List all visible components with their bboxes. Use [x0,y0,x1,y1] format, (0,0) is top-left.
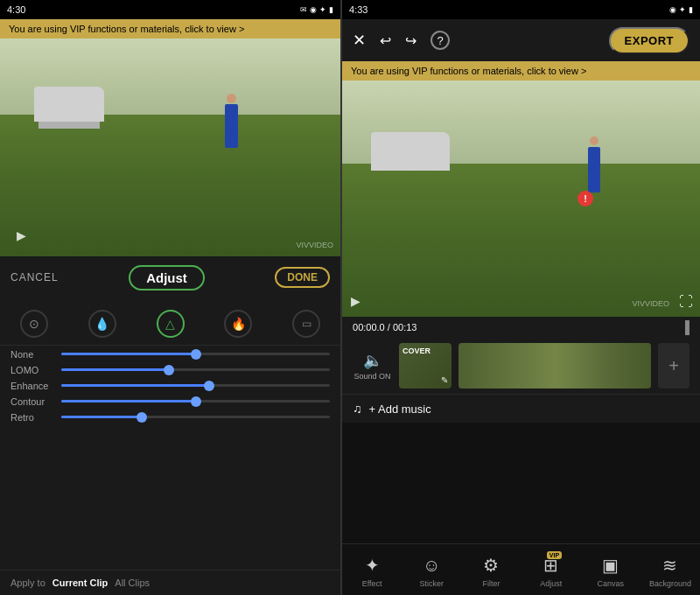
filter-label: Filter [482,579,500,588]
filter-triangle-icon: △ [157,310,185,338]
right-play-button[interactable]: ▶ [351,294,360,308]
tool-filter[interactable]: ⚙ Filter [461,551,521,592]
filter-extra-icon: ▭ [292,310,320,338]
sliders-section: None LOMO Enhance Contour [0,346,340,570]
slider-enhance-track[interactable] [61,384,330,387]
canvas-label: Canvas [598,579,625,588]
left-play-button[interactable]: ▶ [10,225,32,246]
background-icon: ≋ [662,555,677,576]
slider-contour-track[interactable] [61,400,330,402]
right-person-head [590,136,598,145]
done-button[interactable]: DONE [275,267,330,288]
left-vip-text: You are using VIP functions or materials… [9,24,244,34]
adjust-toolbar: CANCEL Adjust DONE [0,256,340,299]
van-shape [34,87,104,122]
right-watermark: VIVVIDEO [633,299,670,308]
left-time: 4:30 [7,4,25,15]
right-status-bar: 4:33 ◉ ✦ ▮ [342,0,700,19]
filter-drop[interactable]: 💧 [68,306,136,341]
redo-icon[interactable]: ↪ [405,32,416,49]
slider-lomo-track[interactable] [61,368,330,371]
bluetooth-icon: ✦ [319,5,326,14]
slider-retro-thumb[interactable] [136,412,147,423]
left-status-bar: 4:30 ✉ ◉ ✦ ▮ [0,0,340,19]
slider-contour-label: Contour [10,396,54,407]
add-music-label: + Add music [369,402,431,416]
tool-canvas[interactable]: ▣ Canvas [581,551,640,592]
filter-none[interactable]: ⊙ [0,306,68,341]
wifi-icon: ◉ [310,5,317,14]
adjust-button[interactable]: Adjust [129,265,205,290]
fullscreen-icon[interactable]: ⛶ [679,294,693,310]
time-total: / 00:13 [388,322,417,332]
tool-adjust[interactable]: ⊞ VIP Adjust [522,551,581,592]
apply-row: Apply to Current Clip All Clips [0,570,340,595]
battery-icon: ▮ [329,5,333,14]
export-button[interactable]: EXPORT [609,27,690,54]
effect-label: Effect [362,579,382,588]
clips-row: 🔈 Sound ON COVER ✎ + [342,338,700,394]
slider-retro-label: Retro [10,412,54,423]
tool-effect[interactable]: ✦ Effect [342,551,402,592]
slider-enhance-label: Enhance [10,381,54,391]
slider-lomo-thumb[interactable] [164,365,174,375]
effect-icon: ✦ [365,555,380,576]
cover-clip[interactable]: COVER ✎ [399,343,452,388]
time-current: 00:00.0 [353,322,385,332]
sound-label: Sound ON [354,372,391,381]
slider-enhance-fill [61,384,209,387]
slider-enhance-row: Enhance [10,381,330,391]
slider-none-fill [61,353,196,355]
filter-triangle[interactable]: △ [136,306,205,341]
close-icon[interactable]: ✕ [353,31,366,50]
filter-extra[interactable]: ▭ [272,306,340,341]
tool-background[interactable]: ≋ Background [640,551,700,592]
slider-contour-fill [61,400,196,402]
tool-sticker[interactable]: ☺ Sticker [402,552,461,592]
left-status-icons: ✉ ◉ ✦ ▮ [300,5,333,14]
sticker-label: Sticker [420,579,444,588]
right-video-preview: ! VIVVIDEO ▶ ⛶ [342,80,700,317]
cancel-button[interactable]: CANCEL [10,271,59,284]
left-watermark: VIVVIDEO [297,241,334,249]
background-label: Background [649,579,691,588]
right-panel: 4:33 ◉ ✦ ▮ ✕ ↩ ↪ ? EXPORT You are using … [342,0,700,595]
filter-icons-row: ⊙ 💧 △ 🔥 ▭ [0,299,340,346]
clip-strip[interactable] [458,343,651,388]
right-vip-banner[interactable]: You are using VIP functions or materials… [342,61,700,80]
sound-icon: 🔈 [363,351,382,370]
slider-retro-track[interactable] [61,416,330,418]
apply-current-button[interactable]: Current Clip [52,578,108,588]
right-vip-text: You are using VIP functions or materials… [351,66,586,76]
left-vip-banner[interactable]: You are using VIP functions or materials… [0,19,340,38]
left-video-frame: VIVVIDEO ▶ [0,38,340,256]
slider-retro-row: Retro [10,412,330,423]
filter-flame[interactable]: 🔥 [204,306,272,341]
help-icon[interactable]: ? [430,31,450,50]
bottom-toolbar: ✦ Effect ☺ Sticker ⚙ Filter ⊞ VIP Adjust… [342,543,700,595]
right-bluetooth-icon: ✦ [679,5,686,14]
grass-field [0,115,340,256]
add-music-row[interactable]: ♫ + Add music [342,394,700,423]
apply-all-button[interactable]: All Clips [115,578,150,588]
adjust-wrap: ⊞ VIP [543,555,558,576]
person-head [227,94,236,103]
slider-contour-thumb[interactable] [191,396,201,407]
error-badge: ! [578,191,593,206]
timeline-bar: 00:00.0 / 00:13 ▐ [342,317,700,338]
add-clip-button[interactable]: + [658,343,690,388]
cover-label: COVER [402,346,430,355]
left-video-preview: VIVVIDEO ▶ [0,38,340,256]
sound-control[interactable]: 🔈 Sound ON [353,351,392,381]
slider-lomo-fill [61,368,169,371]
slider-none-label: None [10,349,54,360]
undo-icon[interactable]: ↩ [380,32,391,49]
person-shape [225,104,238,148]
right-time: 4:33 [349,4,368,15]
slider-enhance-thumb[interactable] [204,381,214,391]
right-status-icons: ◉ ✦ ▮ [669,5,693,14]
slider-none-track[interactable] [61,353,330,355]
cover-edit-icon[interactable]: ✎ [441,375,448,385]
msg-icon: ✉ [300,5,307,14]
slider-none-thumb[interactable] [191,349,201,360]
